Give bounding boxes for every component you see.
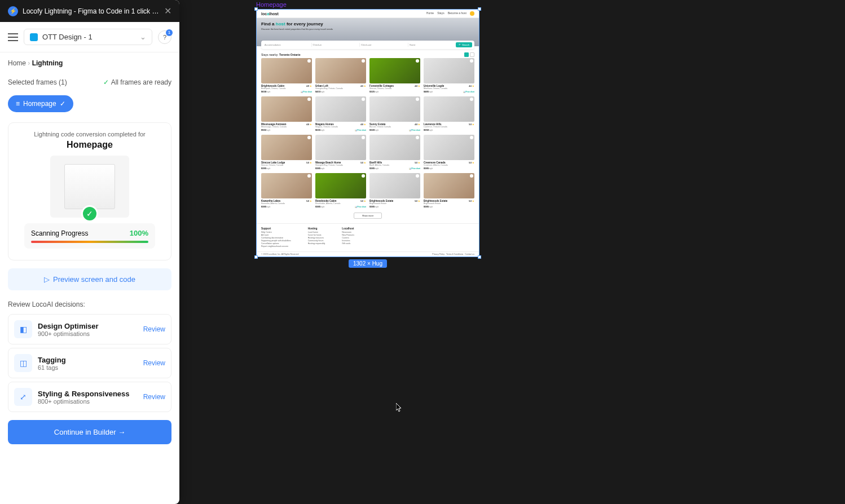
footer-link: Newsroom (342, 231, 354, 233)
menu-icon[interactable] (8, 33, 18, 41)
listing-price: $485/night📊 Price chart (424, 90, 474, 93)
listing-image (315, 135, 366, 160)
footer-link: Combating discrimination (261, 237, 291, 239)
project-selector[interactable]: OTT Design - 1 ⌄ (24, 29, 152, 45)
heart-icon (307, 174, 311, 178)
hero-title: Find a host for every journey (261, 21, 474, 26)
footer-link: Hosting resources (308, 237, 325, 239)
listing-card: Creemore Canada5.0 ★ Creemore, Alberta, … (424, 135, 474, 170)
view-toggle (464, 52, 474, 57)
panel-title: Locofy Lightning - Figma to Code in 1 cl… (23, 7, 160, 15)
review-sub: 900+ optimisations (38, 330, 138, 337)
footer-column: HostingLocal homeCover for hostsHosting … (308, 227, 325, 248)
site-nav: Home Stays Become a host (426, 11, 474, 16)
show-more-button: Show more (354, 213, 382, 219)
review-link[interactable]: Review (143, 325, 165, 333)
footer-columns: SupportHelp CentreAirCoverCombating disc… (257, 223, 479, 251)
review-link[interactable]: Review (143, 359, 165, 367)
footer-column: SupportHelp CentreAirCoverCombating disc… (261, 227, 291, 248)
preview-button[interactable]: ▷ Preview screen and code (8, 268, 171, 290)
figma-canvas[interactable]: Homepage localhost Home Stays Become a h… (256, 1, 479, 257)
heart-icon (307, 136, 311, 139)
price-chart-link: 📊 Price chart (409, 167, 420, 170)
listing-image (424, 135, 474, 160)
site-logo: localhost (261, 12, 279, 16)
close-button[interactable]: ✕ (164, 6, 171, 16)
heart-icon (362, 59, 365, 63)
listing-card: Urban Loft4.5 ★ Georgina Bay, Ontario, C… (315, 58, 366, 93)
listing-image (261, 173, 312, 198)
footer-link: AirCover (261, 234, 291, 236)
listing-location: Brightwoods Estate (424, 202, 474, 205)
frame-homepage[interactable]: localhost Home Stays Become a host Find … (256, 9, 479, 257)
list-icon: ≡ (16, 100, 20, 108)
hero-subtitle: Discover the best local rental propertie… (261, 28, 474, 30)
heart-icon (362, 174, 365, 178)
review-item-design-optimiser[interactable]: ◧ Design Optimiser 900+ optimisations Re… (8, 314, 171, 344)
frames-ready: ✓ All frames are ready (103, 78, 171, 86)
breadcrumb-home[interactable]: Home (8, 59, 26, 67)
listing-price: $385/night (261, 205, 312, 208)
footer-link: Report neighbourhood concern (261, 245, 291, 247)
progress-label: Scanning Progress (31, 229, 88, 237)
rating: 4.8 ★ (306, 123, 312, 126)
review-item-styling[interactable]: ⤢ Styling & Responsiveness 800+ optimisa… (8, 382, 171, 412)
listing-location: Creemore, Alberta, Canada (424, 164, 474, 166)
listing-image (369, 58, 420, 83)
progress-box: Scanning Progress 100% (24, 223, 155, 249)
thumbnail: ✓ (50, 156, 129, 218)
listing-card: Brightwoods Estate5.0 ★ Brightwoods Esta… (424, 173, 474, 208)
review-item-tagging[interactable]: ◫ Tagging 61 tags Review (8, 348, 171, 378)
listing-image (315, 58, 366, 83)
rating: 5.0 ★ (415, 200, 420, 202)
listing-card: Niagara Homes4.8 ★ Niagara, Ontario, Can… (315, 96, 366, 131)
rating: 5.0 ★ (360, 200, 366, 202)
heart-icon (307, 98, 311, 101)
review-header: Review LocoAI decisions: (0, 298, 179, 311)
search-guest: Guest (408, 43, 456, 47)
help-button[interactable]: ? (158, 30, 171, 44)
frame-pill-homepage[interactable]: ≡ Homepage ✓ (8, 95, 73, 112)
footer-bar: © 2023 Localhost, Inc. All Rights Reserv… (257, 251, 479, 257)
selection-handle[interactable] (478, 255, 481, 259)
selection-handle[interactable] (254, 255, 258, 259)
cursor-icon (396, 403, 403, 412)
continue-button[interactable]: Continue in Builder → (8, 420, 171, 444)
listing-price: $320/night📊 Price chart (369, 129, 420, 131)
status-title: Homepage (16, 140, 163, 150)
locofy-logo-icon: ⚡ (8, 6, 18, 16)
price-chart-link: 📊 Price chart (355, 206, 366, 208)
listing-image (315, 96, 366, 122)
selection-handle[interactable] (254, 7, 258, 11)
listing-image (424, 96, 474, 122)
panel-header: ⚡ Locofy Lightning - Figma to Code in 1 … (0, 0, 179, 22)
check-icon: ✓ (60, 100, 65, 108)
footer-link: Supporting people with disabilities (261, 240, 291, 242)
heart-icon (470, 98, 473, 101)
breadcrumb-current: Lightning (32, 59, 63, 67)
listing-price: $658/night📊 Price chart (261, 90, 312, 93)
listing-image (369, 173, 420, 198)
heart-icon (362, 98, 365, 101)
rating: 4.5 ★ (360, 85, 366, 87)
review-link[interactable]: Review (143, 393, 165, 401)
tagging-icon: ◫ (14, 354, 32, 372)
heart-icon (470, 59, 473, 63)
footer-link: Hosting responsibly (308, 242, 325, 245)
price-chart-link: 📊 Price chart (463, 91, 474, 93)
frame-label[interactable]: Homepage (256, 1, 479, 8)
listing-location: Kawartha, Alberta, Canada (261, 202, 312, 205)
listing-price: $385/night (424, 167, 474, 170)
listing-price: $325/night (369, 90, 420, 93)
listing-price: $385/night (369, 205, 420, 208)
listing-location: Banff, Alberta, Canada (369, 164, 420, 166)
footer-link: Investres (342, 240, 354, 242)
avatar-icon (470, 11, 474, 16)
listing-card: Forestville Cottages4.8 ★ Simcoe, Ontari… (369, 58, 420, 93)
stays-header: Stays nearby: Toronto Ontario (257, 49, 479, 58)
heart-icon (307, 59, 311, 63)
selection-handle[interactable] (478, 7, 481, 11)
progress-percent: 100% (130, 229, 148, 237)
footer-heading: Hosting (308, 227, 325, 230)
listing-image (424, 58, 474, 83)
